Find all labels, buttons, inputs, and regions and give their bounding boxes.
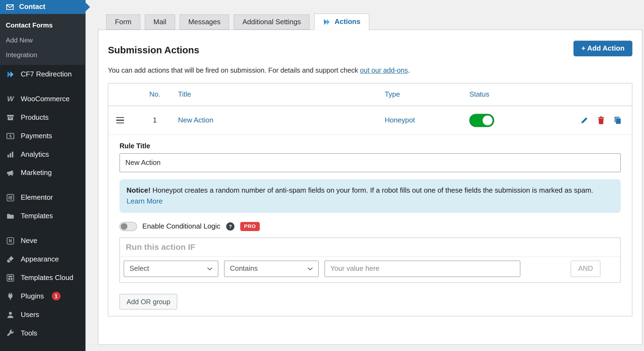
field-select[interactable]: Select [124,261,218,277]
operator-select[interactable]: Contains [224,261,319,277]
action-title-link[interactable]: New Action [178,116,213,124]
action-type-link[interactable]: Honeypot [385,116,415,124]
column-header-status[interactable]: Status [469,90,557,98]
submission-actions-panel: Submission Actions + Add Action You can … [98,30,642,345]
wordpress-admin: Contact Contact Forms Add New Integratio… [0,0,644,351]
pro-badge: PRO [240,222,260,231]
sidebar-item-tools[interactable]: Tools [0,324,85,342]
sidebar-item-templates[interactable]: Templates [0,207,85,225]
panel-header: Submission Actions + Add Action [108,41,633,56]
sidebar-item-label: Appearance [21,255,59,263]
wrench-icon [5,329,16,337]
layout-icon [5,273,16,282]
neve-icon: N [5,236,16,245]
sidebar-item-appearance[interactable]: Appearance [0,250,85,268]
actions-table: No. Title Type Status 1 New Action Honey… [108,83,633,316]
cf7-tabs: Form Mail Messages Additional Settings A… [106,14,644,30]
learn-more-link[interactable]: Learn More [126,197,163,205]
conditional-logic-row: Enable Conditional Logic ? PRO [119,222,621,231]
sidebar-item-users[interactable]: Users [0,305,85,324]
svg-text:$: $ [9,134,12,138]
drag-handle-icon[interactable] [116,117,124,124]
add-or-group-button[interactable]: Add OR group [119,294,177,309]
sidebar-item-integration[interactable]: Integration [0,48,85,62]
condition-row: Select Contains AND [120,257,620,282]
duplicate-button[interactable] [613,116,622,125]
rule-title-label: Rule Title [119,142,621,150]
edit-button[interactable] [580,116,589,125]
tab-form[interactable]: Form [106,14,140,30]
delete-button[interactable] [597,116,605,125]
pencil-icon [580,116,589,125]
sidebar-item-label: Payments [21,132,52,140]
row-number: 1 [132,116,178,124]
help-icon[interactable]: ? [226,222,235,231]
double-chevron-icon [5,70,16,78]
envelope-icon [5,3,15,11]
sidebar-item-label: Elementor [21,193,53,202]
contact-submenu: Contact Forms Add New Integration [0,14,85,65]
action-editor: Rule Title Notice! Honeypot creates a ra… [108,135,632,316]
sidebar-item-payments[interactable]: $ Payments [0,127,85,145]
sidebar-item-woocommerce[interactable]: W WooCommerce [0,90,85,108]
sidebar-item-products[interactable]: Products [0,108,85,127]
sidebar-item-label: Neve [21,236,37,245]
honeypot-notice: Notice! Honeypot creates a random number… [119,179,621,213]
plug-icon [5,292,16,300]
sidebar-item-contact[interactable]: Contact [0,0,85,14]
tab-actions[interactable]: Actions [314,14,369,30]
add-ons-link[interactable]: out our add-ons [360,67,408,74]
admin-sidebar: Contact Contact Forms Add New Integratio… [0,0,85,351]
tab-mail[interactable]: Mail [145,14,175,30]
sidebar-item-contact-forms[interactable]: Contact Forms [0,18,85,33]
tab-additional-settings[interactable]: Additional Settings [234,14,310,30]
sidebar-item-label: Users [21,310,39,319]
panel-description: You can add actions that will be fired o… [108,65,633,75]
bar-chart-icon [5,150,16,158]
sidebar-item-label: Templates Cloud [21,273,73,282]
sidebar-item-label: Products [21,113,48,121]
chevron-down-icon [308,267,313,271]
sidebar-item-label: WooCommerce [21,95,70,103]
condition-group: Run this action IF Select Contains [119,238,621,283]
sidebar-item-label: Analytics [21,150,49,158]
status-toggle[interactable] [469,114,494,127]
table-header-row: No. Title Type Status [108,84,632,106]
page-title: Submission Actions [108,45,199,56]
sidebar-item-label: Tools [21,329,37,337]
conditional-logic-toggle[interactable] [119,222,137,231]
trash-icon [597,116,605,125]
sidebar-item-elementor[interactable]: Elementor [0,188,85,207]
megaphone-icon [5,169,16,177]
sidebar-item-marketing[interactable]: Marketing [0,164,85,182]
brush-icon [5,255,16,263]
sidebar-item-neve[interactable]: N Neve [0,231,85,250]
sidebar-item-label: Marketing [21,169,52,177]
sidebar-item-templates-cloud[interactable]: Templates Cloud [0,268,85,287]
svg-text:N: N [9,239,12,243]
column-header-type[interactable]: Type [385,90,469,98]
main-content: Form Mail Messages Additional Settings A… [85,0,644,351]
box-icon [5,113,16,121]
copy-icon [613,116,622,125]
user-icon [5,310,16,319]
column-header-title[interactable]: Title [178,90,385,98]
table-row: 1 New Action Honeypot [108,106,632,135]
sidebar-item-label: Templates [21,212,53,220]
sidebar-item-analytics[interactable]: Analytics [0,145,85,164]
sidebar-item-plugins[interactable]: Plugins 1 [0,287,85,305]
plugins-update-badge: 1 [52,292,60,300]
and-button[interactable]: AND [571,261,600,277]
condition-group-title: Run this action IF [120,238,620,257]
elementor-icon [5,193,16,202]
tab-messages[interactable]: Messages [179,14,229,30]
sidebar-item-cf7-redirection[interactable]: CF7 Redirection [0,65,85,84]
condition-value-input[interactable] [324,261,520,277]
svg-text:?: ? [229,224,232,229]
column-header-no[interactable]: No. [132,90,178,98]
payments-icon: $ [5,132,16,140]
woocommerce-icon: W [5,95,16,103]
rule-title-input[interactable] [119,153,621,172]
add-action-button[interactable]: + Add Action [574,41,633,56]
sidebar-item-add-new[interactable]: Add New [0,33,85,48]
